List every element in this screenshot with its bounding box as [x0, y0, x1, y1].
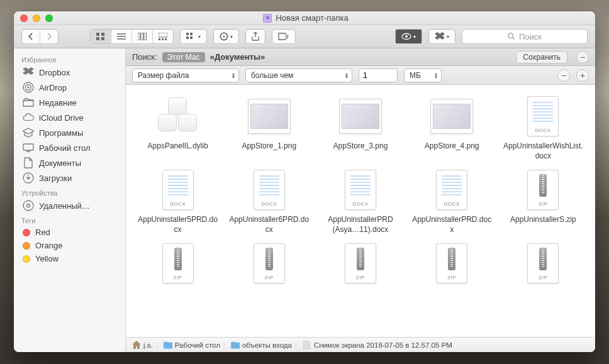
sidebar-item-recents[interactable]: Недавние: [14, 95, 125, 110]
path-icon: [303, 341, 311, 350]
path-separator: 〉: [155, 341, 161, 349]
tag-dot-icon: [23, 255, 30, 263]
icloud-icon: [23, 112, 34, 123]
remove-criteria-button[interactable]: −: [557, 69, 570, 82]
file-item[interactable]: ZIP: [499, 242, 587, 289]
path-item[interactable]: j.s.: [143, 341, 153, 349]
svg-rect-7: [138, 33, 140, 40]
airdrop-icon: [23, 82, 34, 93]
documents-icon: [23, 157, 34, 168]
minimize-button[interactable]: [33, 14, 40, 22]
file-item[interactable]: DOCXAppUninstaller5PRD.docx: [134, 168, 222, 234]
zoom-button[interactable]: [45, 14, 53, 22]
view-mode: [90, 29, 174, 44]
sidebar-item-label: AirDrop: [39, 83, 67, 92]
file-thumbnail: [339, 95, 382, 138]
sidebar-item-label: Загрузки: [39, 174, 72, 183]
file-item[interactable]: DOCXAppUninstallerPRD (Asya…11).docx: [316, 168, 405, 234]
path-item[interactable]: Снимок экрана 2018-07-05 в 12.57.05 PM: [314, 341, 452, 349]
sidebar-item-apps[interactable]: Программы: [14, 125, 125, 140]
sidebar-item-icloud[interactable]: iCloud Drive: [14, 110, 125, 125]
path-separator: 〉: [223, 341, 228, 349]
dropbox-button[interactable]: ▾: [429, 30, 455, 43]
file-name: AppUninstallerPRD.docx: [411, 215, 493, 234]
traffic-lights: [20, 14, 53, 22]
devices-header: Устройства: [14, 185, 125, 198]
sidebar-item-disc[interactable]: Удаленный…: [14, 198, 125, 213]
search-icon: [508, 33, 515, 40]
file-thumbnail: ZIP: [157, 242, 199, 285]
share-button[interactable]: [246, 30, 265, 43]
file-name: AppUninstaller6PRD.docx: [228, 215, 310, 234]
criteria-operator[interactable]: больше чем▴▾: [245, 69, 352, 82]
path-bar[interactable]: j.s.〉Рабочий стол〉объекты входа〉Снимок э…: [126, 337, 595, 352]
downloads-icon: [23, 172, 34, 184]
list-view[interactable]: [111, 30, 132, 43]
forward-button[interactable]: [40, 30, 58, 43]
gallery-view[interactable]: [153, 30, 173, 43]
file-item[interactable]: AppStore_4.png: [408, 95, 496, 161]
file-thumbnail: ZIP: [339, 242, 382, 285]
tags-button[interactable]: [272, 30, 295, 43]
icon-view[interactable]: [91, 30, 111, 43]
file-name: AppUninstallerWishList.docx: [502, 141, 584, 161]
file-thumbnail: DOCX: [522, 95, 564, 138]
path-icon: [164, 341, 172, 350]
criteria-unit[interactable]: МБ▴▾: [404, 69, 442, 82]
scope-documents[interactable]: «Документы»: [210, 52, 265, 62]
file-item[interactable]: DOCXAppUninstallerPRD.docx: [408, 168, 496, 234]
svg-rect-3: [101, 37, 104, 40]
file-item[interactable]: DOCXAppUninstaller6PRD.docx: [225, 168, 313, 234]
window-title: Новая смарт-папка: [276, 13, 349, 23]
search-field[interactable]: Поиск: [462, 29, 588, 44]
file-item[interactable]: ZIP: [408, 242, 496, 289]
quicklook-button[interactable]: ▾: [396, 30, 422, 43]
close-button[interactable]: [20, 14, 28, 22]
file-item[interactable]: ZIP: [134, 242, 222, 289]
sidebar-item-airdrop[interactable]: AirDrop: [14, 80, 125, 95]
tag-dot-icon: [23, 229, 30, 236]
svg-point-20: [285, 36, 286, 37]
path-item[interactable]: Рабочий стол: [175, 341, 220, 349]
file-item[interactable]: AppStore_3.png: [316, 95, 405, 161]
svg-rect-11: [159, 38, 160, 40]
sidebar-item-label: Программы: [39, 128, 83, 138]
file-item[interactable]: ZIP: [316, 242, 405, 289]
remove-scope-button[interactable]: −: [576, 51, 589, 63]
column-view[interactable]: [132, 30, 153, 43]
action-button[interactable]: ▾: [214, 30, 238, 43]
file-item[interactable]: AppsPanelIL.dylib: [134, 95, 222, 161]
save-button[interactable]: Сохранить: [516, 51, 567, 63]
svg-rect-0: [96, 33, 99, 36]
criteria-attribute[interactable]: Размер файла▴▾: [132, 69, 239, 82]
sidebar-tag-orange[interactable]: Orange: [14, 239, 125, 252]
scope-this-mac[interactable]: Этот Мас: [162, 52, 205, 62]
back-button[interactable]: [22, 30, 40, 43]
file-item[interactable]: AppStore_1.png: [225, 95, 313, 161]
file-name: AppUninstaller5PRD.docx: [137, 215, 219, 234]
sidebar-item-label: Недавние: [39, 98, 77, 108]
sidebar-item-label: Удаленный…: [39, 201, 90, 211]
sidebar-item-desktop[interactable]: Рабочий стол: [14, 140, 125, 155]
titlebar: ✻ Новая смарт-папка: [14, 11, 595, 25]
path-item[interactable]: объекты входа: [242, 341, 292, 349]
dropbox-icon: [23, 67, 34, 78]
file-item[interactable]: ZIPAppUninstallerS.zip: [499, 168, 587, 234]
dropbox-menu: ▾: [428, 29, 455, 44]
file-grid[interactable]: AppsPanelIL.dylibAppStore_1.pngAppStore_…: [126, 85, 595, 337]
file-item[interactable]: DOCXAppUninstallerWishList.docx: [499, 95, 587, 161]
criteria-value[interactable]: [359, 69, 398, 82]
nav-buttons: [21, 29, 59, 44]
sidebar-tag-red[interactable]: Red: [14, 226, 125, 239]
sidebar-item-dropbox[interactable]: Dropbox: [14, 65, 125, 80]
sidebar-item-downloads[interactable]: Загрузки: [14, 170, 125, 185]
sidebar-tag-yellow[interactable]: Yellow: [14, 252, 125, 265]
file-thumbnail: DOCX: [248, 168, 291, 211]
file-item[interactable]: ZIP: [225, 242, 313, 289]
sidebar-item-documents[interactable]: Документы: [14, 155, 125, 170]
criteria-bar: Размер файла▴▾ больше чем▴▾ МБ▴▾ − +: [126, 66, 595, 85]
svg-rect-15: [190, 33, 193, 35]
add-criteria-button[interactable]: +: [576, 69, 589, 82]
arrange-button[interactable]: ▾: [181, 30, 206, 43]
file-name: AppStore_3.png: [333, 141, 388, 152]
